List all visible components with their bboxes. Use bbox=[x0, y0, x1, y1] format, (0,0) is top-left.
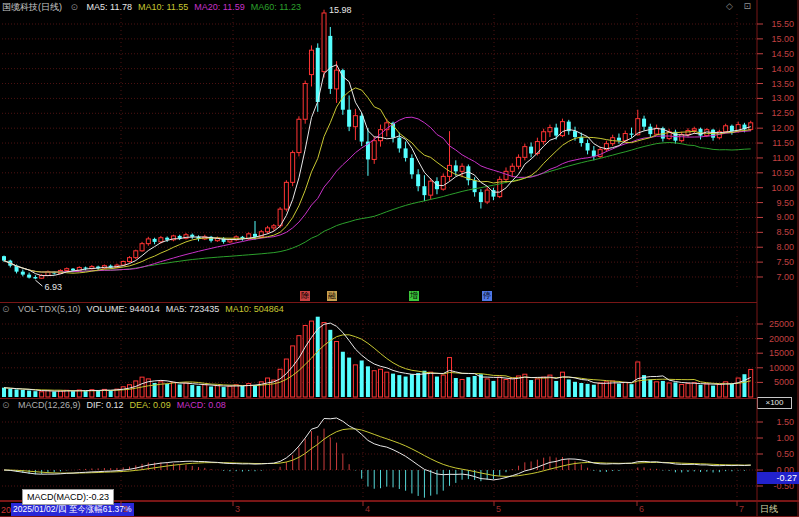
candle bbox=[554, 128, 558, 136]
volume-bar bbox=[397, 375, 401, 397]
candle bbox=[548, 128, 552, 132]
candle bbox=[573, 131, 577, 137]
candle bbox=[441, 176, 445, 189]
candle bbox=[33, 277, 37, 278]
volume-bar bbox=[692, 383, 696, 397]
candle bbox=[353, 116, 357, 127]
volume-bar bbox=[228, 386, 232, 397]
event-marker: 融 bbox=[327, 291, 337, 301]
candle bbox=[128, 258, 132, 262]
candle bbox=[429, 181, 433, 195]
volume-bar bbox=[567, 379, 571, 397]
volume-bar bbox=[353, 365, 357, 397]
month-axis-label: 4 bbox=[365, 503, 370, 515]
volume-bar bbox=[52, 391, 56, 397]
candle bbox=[140, 244, 144, 251]
volume-bar bbox=[485, 379, 489, 397]
volume-bar bbox=[742, 374, 746, 397]
candle bbox=[642, 119, 646, 127]
price-axis-label: 10.00 bbox=[756, 183, 794, 193]
candle bbox=[749, 123, 753, 130]
candle bbox=[397, 138, 401, 149]
candle bbox=[360, 116, 364, 142]
volume-bar bbox=[592, 385, 596, 397]
volume-axis-label: 5000 bbox=[756, 377, 794, 387]
volume-bar bbox=[184, 383, 188, 397]
volume-bar bbox=[121, 387, 125, 397]
candle bbox=[65, 269, 69, 271]
highest-price-label: 15.98 bbox=[329, 5, 352, 15]
candle bbox=[328, 36, 332, 89]
chart-canvas[interactable] bbox=[0, 0, 799, 517]
price-axis-label: 15.50 bbox=[756, 19, 794, 29]
price-axis-label: 7.50 bbox=[756, 257, 794, 267]
price-axis-label: 13.00 bbox=[756, 93, 794, 103]
volume-bar bbox=[705, 384, 709, 397]
price-axis-label: 10.50 bbox=[756, 168, 794, 178]
volume-bar bbox=[673, 382, 677, 397]
volume-bar bbox=[335, 342, 339, 397]
volume-bar bbox=[278, 369, 282, 397]
candle bbox=[623, 134, 627, 141]
volume-bar bbox=[542, 377, 546, 397]
volume-bar bbox=[171, 382, 175, 397]
low-annotation-tick bbox=[35, 280, 42, 286]
volume-bar bbox=[165, 384, 169, 397]
volume-bar bbox=[58, 391, 62, 397]
volume-bar bbox=[548, 375, 552, 397]
price-axis-label: 11.00 bbox=[756, 153, 794, 163]
candle bbox=[579, 137, 583, 143]
candle bbox=[730, 126, 734, 131]
volume-bar bbox=[435, 377, 439, 397]
volume-bar bbox=[372, 371, 376, 397]
volume-bar bbox=[27, 391, 31, 397]
event-marker: 增 bbox=[409, 291, 419, 301]
volume-bar bbox=[422, 371, 426, 397]
volume-bar bbox=[2, 388, 6, 397]
volume-bar bbox=[71, 391, 75, 397]
volume-bar bbox=[623, 382, 627, 397]
volume-bar bbox=[655, 382, 659, 397]
candle bbox=[309, 50, 313, 74]
candle bbox=[322, 13, 326, 72]
candle bbox=[692, 129, 696, 131]
price-axis-label: 12.00 bbox=[756, 123, 794, 133]
dea-line bbox=[4, 429, 751, 477]
volume-bar bbox=[466, 377, 470, 397]
volume-bar bbox=[347, 358, 351, 397]
volume-bar bbox=[15, 389, 19, 397]
volume-bar bbox=[128, 385, 132, 397]
candle bbox=[284, 182, 288, 209]
volume-axis-label: 25000 bbox=[756, 319, 794, 329]
candle bbox=[630, 134, 634, 135]
stock-terminal-window: { "meta": { "title": "国缆科技(日线)", "pane_i… bbox=[0, 0, 799, 517]
macd-axis-label: 0.50 bbox=[756, 449, 794, 459]
volume-bar bbox=[291, 346, 295, 397]
price-axis-label: 9.00 bbox=[756, 212, 794, 222]
candle bbox=[454, 165, 458, 171]
volume-bar bbox=[297, 336, 301, 397]
month-axis-label: 3 bbox=[235, 503, 240, 515]
volume-bar bbox=[529, 380, 533, 397]
volume-bar bbox=[429, 372, 433, 397]
candle bbox=[617, 138, 621, 141]
volume-axis-label: 20000 bbox=[756, 334, 794, 344]
candle bbox=[529, 147, 533, 154]
volume-bar bbox=[240, 386, 244, 397]
volume-bar bbox=[630, 384, 634, 397]
month-axis-label: 7 bbox=[739, 503, 744, 515]
price-axis-label: 15.00 bbox=[756, 34, 794, 44]
candle bbox=[159, 238, 163, 242]
volume-bar bbox=[234, 385, 238, 397]
volume-bar bbox=[573, 382, 577, 397]
price-axis-label: 9.50 bbox=[756, 198, 794, 208]
candle bbox=[134, 251, 138, 258]
volume-bar bbox=[410, 374, 414, 397]
volume-bar bbox=[454, 378, 458, 397]
candle bbox=[372, 141, 376, 160]
volume-bar bbox=[448, 358, 452, 397]
candle bbox=[485, 190, 489, 202]
volume-bar bbox=[33, 391, 37, 397]
price-axis-label: 8.50 bbox=[756, 227, 794, 237]
candle bbox=[517, 157, 521, 166]
